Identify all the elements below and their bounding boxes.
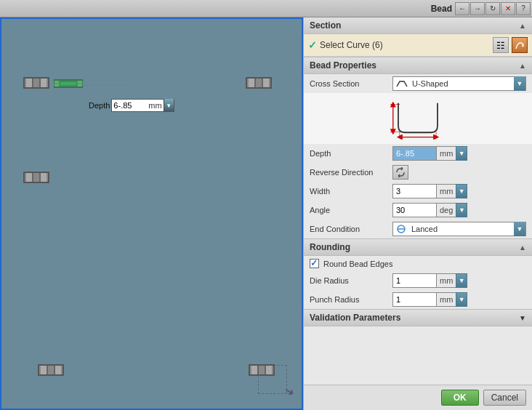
punch-radius-arrow-btn[interactable]: ▼ — [456, 292, 467, 307]
width-value-group: 3 mm ▼ — [392, 184, 526, 198]
width-unit: mm — [436, 184, 456, 198]
die-radius-unit: mm — [436, 273, 456, 288]
forward-btn[interactable]: → — [470, 2, 485, 15]
canvas-depth-label: Depth 6-.85 mm ▼ — [89, 99, 174, 112]
validation-header: Validation Parameters ▼ — [304, 310, 532, 326]
die-radius-num-box[interactable]: 1 — [392, 273, 436, 288]
punch-radius-unit: mm — [436, 292, 456, 307]
punch-radius-label: Punch Radius — [310, 295, 390, 304]
round-bead-edges-row: Round Bead Edges — [304, 256, 532, 271]
angle-value-group: 30 deg ▼ — [392, 203, 526, 217]
depth-arrow-btn[interactable]: ▼ — [456, 146, 467, 161]
punch-radius-input[interactable]: 1 mm ▼ — [392, 292, 467, 307]
angle-num-box[interactable]: 30 — [392, 203, 436, 217]
title-controls: ← → ↻ ✕ ? — [455, 2, 531, 15]
depth-input[interactable]: 6-.85 mm ▼ — [392, 146, 467, 161]
die-radius-row: Die Radius 1 mm ▼ — [304, 271, 532, 290]
help-btn[interactable]: ? — [516, 2, 531, 15]
right-panel: Section ▲ ✓ Select Curve (6) ☷ Bead Prop… — [303, 17, 532, 410]
end-condition-label: End Condition — [310, 225, 390, 233]
end-condition-arrow[interactable]: ▼ — [514, 222, 525, 236]
section-label: Section — [310, 20, 341, 31]
round-bead-edges-label: Round Bead Edges — [323, 260, 392, 268]
dashed-box — [258, 365, 287, 394]
minimize-btn[interactable]: ↻ — [485, 2, 500, 15]
width-label: Width — [310, 187, 390, 196]
die-radius-input[interactable]: 1 mm ▼ — [392, 273, 467, 288]
cross-section-preview — [304, 93, 532, 144]
check-icon: ✓ — [308, 39, 317, 51]
canvas-area: Depth 6-.85 mm ▼ — [0, 17, 303, 410]
cross-section-select-label: U-Shaped — [393, 79, 514, 89]
cross-section-arrow[interactable]: ▼ — [514, 76, 525, 91]
bead-properties-header: Bead Properties ▲ — [304, 57, 532, 74]
rounding-header: Rounding ▲ — [304, 239, 532, 256]
cross-section-select[interactable]: U-Shaped ▼ — [392, 76, 526, 91]
arrow-line — [83, 85, 126, 86]
section-collapse-icon[interactable]: ▲ — [519, 22, 526, 30]
punch-radius-row: Punch Radius 1 mm ▼ — [304, 290, 532, 309]
canvas-depth-value: 6-.85 — [112, 101, 147, 110]
bracket-icon-3 — [23, 172, 49, 183]
validation-expand-icon[interactable]: ▼ — [519, 314, 526, 322]
angle-label: Angle — [310, 206, 390, 214]
end-condition-select-label: Lanced — [393, 225, 514, 233]
back-btn[interactable]: ← — [455, 2, 469, 15]
cross-section-value: U-Shaped ▼ — [392, 76, 526, 91]
select-curve-row: ✓ Select Curve (6) ☷ — [304, 34, 532, 57]
curve-icon-btn[interactable] — [512, 37, 528, 53]
punch-radius-value-group: 1 mm ▼ — [392, 292, 526, 307]
depth-value-group: 6-.85 mm ▼ — [392, 146, 526, 161]
validation-label: Validation Parameters — [310, 313, 400, 323]
title-bar: Bead ← → ↻ ✕ ? — [0, 0, 532, 17]
end-condition-select[interactable]: Lanced ▼ — [392, 222, 526, 236]
round-bead-edges-checkbox[interactable] — [310, 259, 319, 268]
panel-scroll[interactable]: Section ▲ ✓ Select Curve (6) ☷ Bead Prop… — [304, 17, 532, 385]
bead-collapse-icon[interactable]: ▲ — [519, 62, 526, 70]
title-text: Bead — [431, 4, 452, 14]
angle-unit: deg — [436, 203, 456, 217]
angle-arrow-btn[interactable]: ▼ — [456, 203, 467, 217]
punch-radius-num-box[interactable]: 1 — [392, 292, 436, 307]
reverse-direction-label: Reverse Direction — [310, 168, 390, 177]
bead-icon-green — [54, 77, 83, 90]
angle-row: Angle 30 deg ▼ — [304, 201, 532, 220]
end-condition-row: End Condition Lanced ▼ — [304, 220, 532, 238]
ok-button[interactable]: OK — [441, 390, 479, 406]
width-row: Width 3 mm ▼ — [304, 182, 532, 201]
die-radius-label: Die Radius — [310, 276, 390, 285]
section-header: Section ▲ — [304, 17, 532, 34]
die-radius-arrow-btn[interactable]: ▼ — [456, 273, 467, 288]
width-arrow-btn[interactable]: ▼ — [456, 184, 467, 198]
canvas-depth-arrow[interactable]: ▼ — [164, 99, 174, 112]
canvas-depth-text: Depth — [89, 101, 110, 110]
cross-section-row: Cross Section U-Shaped ▼ — [304, 74, 532, 93]
depth-label: Depth — [310, 149, 390, 158]
rounding-collapse-icon[interactable]: ▲ — [519, 244, 526, 252]
rounding-label: Rounding — [310, 242, 350, 252]
select-curve-label: Select Curve (6) — [320, 40, 490, 50]
bottom-buttons: OK Cancel — [304, 385, 532, 410]
depth-num-box[interactable]: 6-.85 — [392, 146, 436, 161]
bracket-icon-1 — [23, 77, 49, 89]
die-radius-value-group: 1 mm ▼ — [392, 273, 526, 288]
end-condition-value: Lanced ▼ — [392, 222, 526, 236]
bracket-icon-4 — [38, 364, 64, 376]
cancel-button[interactable]: Cancel — [483, 390, 526, 406]
canvas-depth-unit: mm — [148, 101, 161, 110]
reverse-direction-row: Reverse Direction — [304, 163, 532, 182]
cross-section-label: Cross Section — [310, 79, 390, 88]
width-num-box[interactable]: 3 — [392, 184, 436, 198]
reverse-direction-btn[interactable] — [392, 165, 408, 180]
canvas-depth-input[interactable]: 6-.85 mm ▼ — [111, 99, 174, 112]
bracket-icon-2 — [246, 77, 272, 89]
main-content: Depth 6-.85 mm ▼ — [0, 17, 532, 410]
grid-icon-btn[interactable]: ☷ — [493, 37, 509, 53]
close-btn[interactable]: ✕ — [501, 2, 515, 15]
depth-row: Depth 6-.85 mm ▼ — [304, 144, 532, 163]
reverse-direction-btn-group — [392, 165, 526, 180]
u-shape-diagram — [385, 96, 451, 140]
bead-properties-label: Bead Properties — [310, 60, 376, 71]
width-input[interactable]: 3 mm ▼ — [392, 184, 467, 198]
angle-input[interactable]: 30 deg ▼ — [392, 203, 467, 217]
